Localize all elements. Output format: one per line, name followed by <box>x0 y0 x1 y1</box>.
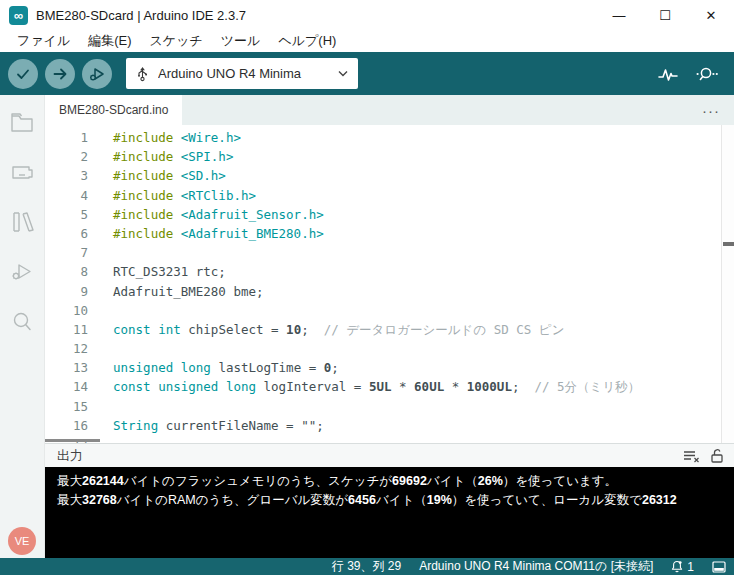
code-token: // データロガーシールドの SD CS ピン <box>324 322 565 337</box>
code-line: #include <RTClib.h> <box>113 186 734 205</box>
code-line: const unsigned long logInterval = 5UL * … <box>113 377 734 396</box>
code-line <box>113 397 734 416</box>
code-token: logInterval = <box>256 379 369 394</box>
code-token: #include <box>113 226 181 241</box>
maximize-button[interactable]: ☐ <box>642 0 688 30</box>
tab-sketch-file[interactable]: BME280-SDcard.ino <box>45 95 182 125</box>
code-token: ; <box>331 360 339 375</box>
window-title: BME280-SDcard | Arduino IDE 2.3.7 <box>36 8 246 23</box>
code-token: * <box>392 379 415 394</box>
code-token: * <box>444 379 467 394</box>
sidebar-item-debug[interactable] <box>9 259 35 285</box>
menu-item[interactable]: 編集(E) <box>79 30 140 52</box>
toggle-panel-icon[interactable] <box>712 561 726 573</box>
menu-item[interactable]: ヘルプ(H) <box>269 30 345 52</box>
line-number: 11 <box>45 320 88 339</box>
window-controls: — ☐ ✕ <box>596 0 734 30</box>
sidebar-item-boards-manager[interactable] <box>9 159 35 185</box>
line-number: 10 <box>45 301 88 320</box>
console-text: 262144 <box>82 474 124 488</box>
verify-button[interactable] <box>8 59 38 89</box>
code-token: #include <box>113 168 181 183</box>
code-token: <Wire.h> <box>181 130 241 145</box>
notifications-item[interactable]: 1 <box>671 560 694 574</box>
console-text: バイトのフラッシュメモリのうち、スケッチが <box>124 474 392 488</box>
debug-button[interactable] <box>82 59 112 89</box>
selected-board-label: Arduino UNO R4 Minima <box>158 66 338 81</box>
arrow-right-icon <box>52 66 68 82</box>
menu-item[interactable]: スケッチ <box>141 30 212 52</box>
output-panel-header: 出力 <box>45 443 734 467</box>
menu-item[interactable]: ファイル <box>8 30 79 52</box>
code-token: ; <box>301 322 324 337</box>
debug-play-gear-icon <box>88 65 106 83</box>
console-text: ）を使っています。 <box>503 474 617 488</box>
serial-plotter-button[interactable] <box>658 66 678 82</box>
board-connection-status[interactable]: Arduino UNO R4 Minima COM11の [未接続] <box>419 558 653 575</box>
scroll-position-marker <box>723 242 734 246</box>
code-token: #include <box>113 188 181 203</box>
title-bar: ∞ BME280-SDcard | Arduino IDE 2.3.7 — ☐ … <box>0 0 734 30</box>
line-number: 4 <box>45 186 88 205</box>
arduino-ide-window: ∞ BME280-SDcard | Arduino IDE 2.3.7 — ☐ … <box>0 0 734 575</box>
code-line <box>113 301 734 320</box>
sidebar-item-library-manager[interactable] <box>9 209 35 235</box>
editor-vertical-scrollbar[interactable] <box>721 125 734 443</box>
code-token: // 5分（ミリ秒） <box>535 379 641 394</box>
code-line: #include <Adafruit_BME280.h> <box>113 224 734 243</box>
autoscroll-lock-icon[interactable] <box>710 448 724 463</box>
code-token: RTC_DS3231 rtc; <box>113 264 226 279</box>
output-panel-title: 出力 <box>57 447 83 465</box>
sidebar-item-sketchbook[interactable] <box>9 109 35 135</box>
arduino-logo-icon: ∞ <box>9 6 28 25</box>
code-token: chipSelect = <box>181 322 286 337</box>
code-token: <Adafruit_BME280.h> <box>181 226 324 241</box>
search-icon <box>10 310 34 334</box>
code-token: #include <box>113 149 181 164</box>
output-console[interactable]: 最大262144バイトのフラッシュメモリのうち、スケッチが69692バイト（26… <box>45 467 734 558</box>
tab-bar-spacer <box>182 95 702 125</box>
upload-button[interactable] <box>45 59 75 89</box>
clear-output-icon[interactable] <box>683 449 700 463</box>
code-token: ; <box>512 379 535 394</box>
console-text: 26% <box>478 474 503 488</box>
console-line: 最大32768バイトのRAMのうち、グローバル変数が6456バイト（19%）を使… <box>57 491 734 510</box>
code-line: #include <Wire.h> <box>113 128 734 147</box>
menu-item[interactable]: ツール <box>212 30 270 52</box>
line-number: 15 <box>45 397 88 416</box>
code-token: 1000UL <box>467 379 512 394</box>
console-text: 32768 <box>82 493 117 507</box>
editor-code[interactable]: #include <Wire.h>#include <SPI.h>#includ… <box>100 125 734 443</box>
code-editor[interactable]: 1234567891011121314151617 #include <Wire… <box>45 125 734 443</box>
line-number: 13 <box>45 358 88 377</box>
code-line: const int chipSelect = 10; // データロガーシールド… <box>113 320 734 339</box>
usb-icon <box>136 66 149 82</box>
code-token: "" <box>301 418 316 433</box>
code-token: <RTClib.h> <box>181 188 256 203</box>
code-token: currentFileName = <box>158 418 301 433</box>
account-avatar[interactable]: VE <box>8 527 36 555</box>
cursor-position[interactable]: 行 39、列 29 <box>332 558 401 575</box>
code-token: <Adafruit_Sensor.h> <box>181 207 324 222</box>
code-token: Adafruit_BME280 bme; <box>113 284 264 299</box>
magnifier-dots-icon <box>696 65 718 82</box>
editor-horizontal-scrollbar[interactable] <box>45 439 100 442</box>
minimize-button[interactable]: — <box>596 0 642 30</box>
code-token <box>218 379 226 394</box>
line-number: 12 <box>45 339 88 358</box>
board-selector[interactable]: Arduino UNO R4 Minima <box>126 58 358 89</box>
serial-monitor-button[interactable] <box>696 65 718 82</box>
code-token: int <box>158 322 181 337</box>
tab-overflow-menu[interactable]: ··· <box>702 95 734 125</box>
line-number: 14 <box>45 377 88 396</box>
close-button[interactable]: ✕ <box>688 0 734 30</box>
tab-label: BME280-SDcard.ino <box>59 103 168 117</box>
console-text: 26312 <box>642 493 677 507</box>
line-number: 1 <box>45 128 88 147</box>
code-line: String currentFileName = ""; <box>113 416 734 435</box>
check-icon <box>15 66 31 82</box>
code-token: String <box>113 418 158 433</box>
code-line <box>113 435 734 443</box>
sidebar-item-search[interactable] <box>9 309 35 335</box>
line-number: 7 <box>45 243 88 262</box>
